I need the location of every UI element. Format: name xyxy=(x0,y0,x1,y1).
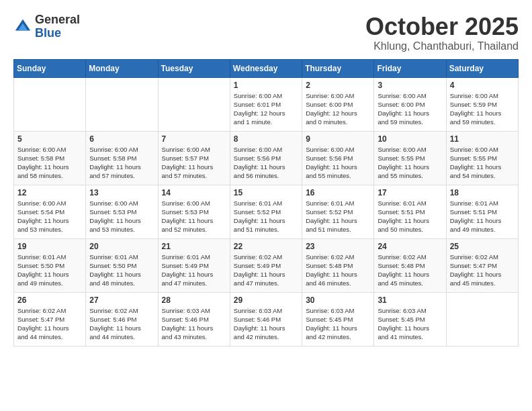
day-info: Sunrise: 6:00 AM Sunset: 6:00 PM Dayligh… xyxy=(306,91,370,127)
day-number: 8 xyxy=(234,134,298,144)
calendar-cell: 1Sunrise: 6:00 AM Sunset: 6:01 PM Daylig… xyxy=(230,77,302,131)
day-info: Sunrise: 6:00 AM Sunset: 6:00 PM Dayligh… xyxy=(378,91,442,127)
day-number: 25 xyxy=(450,242,515,251)
calendar-week-row: 1Sunrise: 6:00 AM Sunset: 6:01 PM Daylig… xyxy=(14,77,519,131)
day-info: Sunrise: 6:00 AM Sunset: 5:55 PM Dayligh… xyxy=(450,145,515,181)
calendar-cell: 2Sunrise: 6:00 AM Sunset: 6:00 PM Daylig… xyxy=(302,77,374,131)
day-number: 1 xyxy=(234,81,298,90)
calendar-cell: 24Sunrise: 6:02 AM Sunset: 5:48 PM Dayli… xyxy=(374,238,446,292)
calendar-week-row: 5Sunrise: 6:00 AM Sunset: 5:58 PM Daylig… xyxy=(14,131,519,185)
day-number: 19 xyxy=(17,242,82,251)
logo-icon xyxy=(13,17,32,36)
day-number: 14 xyxy=(162,188,226,197)
calendar-cell: 23Sunrise: 6:02 AM Sunset: 5:48 PM Dayli… xyxy=(302,238,374,292)
day-info: Sunrise: 6:02 AM Sunset: 5:47 PM Dayligh… xyxy=(450,253,515,288)
day-info: Sunrise: 6:03 AM Sunset: 5:46 PM Dayligh… xyxy=(162,306,226,342)
calendar-cell: 16Sunrise: 6:01 AM Sunset: 5:52 PM Dayli… xyxy=(302,185,374,238)
day-info: Sunrise: 6:02 AM Sunset: 5:49 PM Dayligh… xyxy=(234,253,298,288)
calendar-cell: 30Sunrise: 6:03 AM Sunset: 5:45 PM Dayli… xyxy=(302,292,374,346)
day-info: Sunrise: 6:00 AM Sunset: 5:59 PM Dayligh… xyxy=(450,91,515,127)
calendar-week-row: 12Sunrise: 6:00 AM Sunset: 5:54 PM Dayli… xyxy=(14,185,519,238)
calendar-cell: 18Sunrise: 6:01 AM Sunset: 5:51 PM Dayli… xyxy=(446,185,518,238)
day-info: Sunrise: 6:01 AM Sunset: 5:50 PM Dayligh… xyxy=(89,253,154,288)
calendar-cell: 21Sunrise: 6:01 AM Sunset: 5:49 PM Dayli… xyxy=(158,238,230,292)
day-info: Sunrise: 6:00 AM Sunset: 5:54 PM Dayligh… xyxy=(17,199,82,234)
calendar-cell: 28Sunrise: 6:03 AM Sunset: 5:46 PM Dayli… xyxy=(158,292,230,346)
day-number: 27 xyxy=(89,295,154,305)
day-number: 28 xyxy=(162,295,226,305)
weekday-header: Monday xyxy=(86,59,158,77)
calendar-cell: 13Sunrise: 6:00 AM Sunset: 5:53 PM Dayli… xyxy=(86,185,158,238)
calendar-cell xyxy=(446,292,518,346)
day-number: 9 xyxy=(306,134,370,144)
weekday-header: Thursday xyxy=(302,59,374,77)
calendar-table: SundayMondayTuesdayWednesdayThursdayFrid… xyxy=(13,59,519,347)
day-info: Sunrise: 6:02 AM Sunset: 5:47 PM Dayligh… xyxy=(17,306,82,342)
calendar-cell: 19Sunrise: 6:01 AM Sunset: 5:50 PM Dayli… xyxy=(14,238,86,292)
day-info: Sunrise: 6:00 AM Sunset: 5:55 PM Dayligh… xyxy=(378,145,442,181)
day-info: Sunrise: 6:00 AM Sunset: 5:56 PM Dayligh… xyxy=(306,145,370,181)
month-title: October 2025 xyxy=(365,13,519,40)
day-info: Sunrise: 6:00 AM Sunset: 5:57 PM Dayligh… xyxy=(162,145,226,181)
weekday-header: Wednesday xyxy=(230,59,302,77)
day-number: 2 xyxy=(306,81,370,90)
day-info: Sunrise: 6:02 AM Sunset: 5:46 PM Dayligh… xyxy=(89,306,154,342)
day-number: 16 xyxy=(306,188,370,197)
day-number: 24 xyxy=(378,242,442,251)
calendar-cell: 20Sunrise: 6:01 AM Sunset: 5:50 PM Dayli… xyxy=(86,238,158,292)
day-info: Sunrise: 6:01 AM Sunset: 5:52 PM Dayligh… xyxy=(234,199,298,234)
day-number: 20 xyxy=(89,242,154,251)
calendar-cell xyxy=(86,77,158,131)
day-number: 18 xyxy=(450,188,515,197)
day-info: Sunrise: 6:00 AM Sunset: 5:53 PM Dayligh… xyxy=(89,199,154,234)
calendar-cell: 29Sunrise: 6:03 AM Sunset: 5:46 PM Dayli… xyxy=(230,292,302,346)
day-info: Sunrise: 6:00 AM Sunset: 6:01 PM Dayligh… xyxy=(234,91,298,127)
calendar-cell: 7Sunrise: 6:00 AM Sunset: 5:57 PM Daylig… xyxy=(158,131,230,185)
day-info: Sunrise: 6:01 AM Sunset: 5:51 PM Dayligh… xyxy=(450,199,515,234)
weekday-header: Sunday xyxy=(14,59,86,77)
page-header: General Blue October 2025 Khlung, Chanth… xyxy=(13,13,519,52)
calendar-cell xyxy=(14,77,86,131)
day-info: Sunrise: 6:00 AM Sunset: 5:53 PM Dayligh… xyxy=(162,199,226,234)
day-number: 3 xyxy=(378,81,442,90)
calendar-cell: 17Sunrise: 6:01 AM Sunset: 5:51 PM Dayli… xyxy=(374,185,446,238)
day-number: 4 xyxy=(450,81,515,90)
calendar-cell: 3Sunrise: 6:00 AM Sunset: 6:00 PM Daylig… xyxy=(374,77,446,131)
calendar-cell: 10Sunrise: 6:00 AM Sunset: 5:55 PM Dayli… xyxy=(374,131,446,185)
calendar-cell: 27Sunrise: 6:02 AM Sunset: 5:46 PM Dayli… xyxy=(86,292,158,346)
calendar-cell: 15Sunrise: 6:01 AM Sunset: 5:52 PM Dayli… xyxy=(230,185,302,238)
calendar-week-row: 19Sunrise: 6:01 AM Sunset: 5:50 PM Dayli… xyxy=(14,238,519,292)
calendar-cell: 9Sunrise: 6:00 AM Sunset: 5:56 PM Daylig… xyxy=(302,131,374,185)
day-number: 5 xyxy=(17,134,82,144)
day-info: Sunrise: 6:02 AM Sunset: 5:48 PM Dayligh… xyxy=(378,253,442,288)
day-info: Sunrise: 6:01 AM Sunset: 5:49 PM Dayligh… xyxy=(162,253,226,288)
day-number: 13 xyxy=(89,188,154,197)
day-number: 12 xyxy=(17,188,82,197)
day-info: Sunrise: 6:01 AM Sunset: 5:50 PM Dayligh… xyxy=(17,253,82,288)
calendar-cell: 5Sunrise: 6:00 AM Sunset: 5:58 PM Daylig… xyxy=(14,131,86,185)
calendar-cell: 12Sunrise: 6:00 AM Sunset: 5:54 PM Dayli… xyxy=(14,185,86,238)
day-number: 21 xyxy=(162,242,226,251)
day-number: 26 xyxy=(17,295,82,305)
title-block: October 2025 Khlung, Chanthaburi, Thaila… xyxy=(365,13,519,52)
location: Khlung, Chanthaburi, Thailand xyxy=(365,40,519,52)
day-number: 22 xyxy=(234,242,298,251)
calendar-cell: 11Sunrise: 6:00 AM Sunset: 5:55 PM Dayli… xyxy=(446,131,518,185)
day-number: 10 xyxy=(378,134,442,144)
logo-blue: Blue xyxy=(35,27,80,40)
weekday-header: Tuesday xyxy=(158,59,230,77)
day-info: Sunrise: 6:01 AM Sunset: 5:51 PM Dayligh… xyxy=(378,199,442,234)
day-info: Sunrise: 6:01 AM Sunset: 5:52 PM Dayligh… xyxy=(306,199,370,234)
day-info: Sunrise: 6:00 AM Sunset: 5:58 PM Dayligh… xyxy=(89,145,154,181)
calendar-cell xyxy=(158,77,230,131)
calendar-cell: 4Sunrise: 6:00 AM Sunset: 5:59 PM Daylig… xyxy=(446,77,518,131)
logo: General Blue xyxy=(13,13,80,40)
logo-general: General xyxy=(35,13,80,27)
day-number: 31 xyxy=(378,295,442,305)
day-number: 15 xyxy=(234,188,298,197)
day-number: 23 xyxy=(306,242,370,251)
day-number: 11 xyxy=(450,134,515,144)
calendar-cell: 8Sunrise: 6:00 AM Sunset: 5:56 PM Daylig… xyxy=(230,131,302,185)
logo-text: General Blue xyxy=(35,13,80,40)
calendar-week-row: 26Sunrise: 6:02 AM Sunset: 5:47 PM Dayli… xyxy=(14,292,519,346)
